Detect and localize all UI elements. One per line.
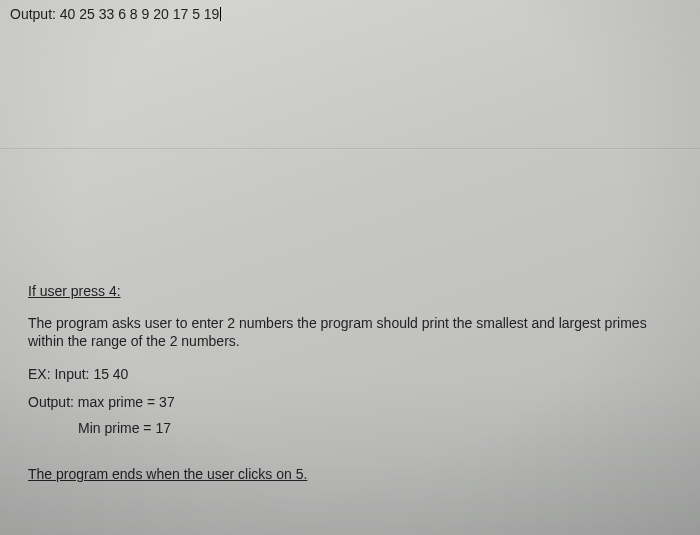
section-body: If user press 4: The program asks user t…	[28, 282, 670, 483]
horizontal-rule	[0, 148, 700, 150]
end-note: The program ends when the user clicks on…	[28, 465, 307, 483]
section-heading: If user press 4:	[28, 282, 121, 300]
output-top-line: Output: 40 25 33 6 8 9 20 17 5 19	[10, 6, 221, 22]
max-prime-value: max prime = 37	[78, 394, 175, 410]
example-label: EX: Input:	[28, 366, 89, 382]
output-line: Output: max prime = 37	[28, 393, 670, 411]
section-description: The program asks user to enter 2 numbers…	[28, 314, 668, 350]
text-cursor	[220, 7, 221, 21]
output-result-label: Output:	[28, 394, 74, 410]
output-label: Output:	[10, 6, 56, 22]
document-page: Output: 40 25 33 6 8 9 20 17 5 19 If use…	[0, 0, 700, 535]
output-value: 40 25 33 6 8 9 20 17 5 19	[60, 6, 220, 22]
min-prime-value: Min prime = 17	[78, 419, 670, 437]
example-line: EX: Input: 15 40	[28, 365, 670, 383]
example-input: 15 40	[93, 366, 128, 382]
